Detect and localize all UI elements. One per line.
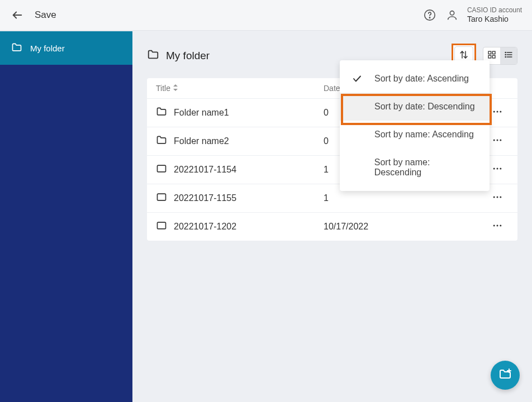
svg-point-18 bbox=[493, 111, 495, 113]
row-name: Folder name2 bbox=[174, 136, 229, 146]
svg-point-29 bbox=[493, 197, 495, 198]
row-more-button[interactable] bbox=[486, 106, 509, 119]
svg-rect-6 bbox=[488, 51, 491, 54]
svg-point-27 bbox=[500, 168, 501, 170]
table-row[interactable]: 20221017-1202 10/17/2022 bbox=[147, 212, 517, 241]
folder-icon bbox=[156, 106, 167, 119]
main-content: My folder bbox=[132, 31, 532, 402]
file-icon bbox=[156, 220, 167, 233]
row-date: 10/17/2022 bbox=[324, 222, 486, 232]
svg-point-21 bbox=[493, 140, 495, 141]
svg-rect-24 bbox=[158, 165, 166, 172]
list-view-button[interactable] bbox=[500, 47, 517, 64]
svg-rect-8 bbox=[488, 55, 491, 58]
account-name: Taro Kashio bbox=[467, 15, 522, 24]
folder-icon bbox=[156, 135, 167, 148]
svg-point-13 bbox=[505, 52, 506, 52]
grid-icon bbox=[487, 50, 496, 61]
folder-icon bbox=[147, 49, 159, 64]
sort-option-label: Sort by name: Ascending bbox=[374, 130, 474, 140]
row-name: Folder name1 bbox=[174, 108, 229, 118]
row-date: 1 bbox=[324, 193, 486, 203]
main-title-text: My folder bbox=[166, 50, 210, 62]
sort-option-date-asc[interactable]: Sort by date: Ascending bbox=[340, 65, 490, 93]
help-icon[interactable] bbox=[422, 8, 437, 22]
sort-option-label: Sort by date: Ascending bbox=[374, 74, 469, 84]
svg-point-25 bbox=[493, 168, 495, 170]
sort-menu: Sort by date: Ascending Sort by date: De… bbox=[340, 60, 490, 191]
row-title: Folder name2 bbox=[156, 135, 324, 148]
row-name: 20221017-1154 bbox=[174, 165, 236, 175]
sidebar-item-my-folder[interactable]: My folder bbox=[0, 31, 132, 65]
row-title: 20221017-1154 bbox=[156, 163, 324, 176]
check-icon bbox=[351, 74, 363, 84]
sort-option-name-asc[interactable]: Sort by name: Ascending bbox=[340, 121, 490, 149]
row-title: Folder name1 bbox=[156, 106, 324, 119]
new-folder-fab[interactable] bbox=[491, 361, 520, 390]
svg-point-35 bbox=[500, 225, 501, 227]
column-header-title[interactable]: Title bbox=[156, 84, 324, 93]
svg-point-22 bbox=[497, 140, 498, 141]
more-icon bbox=[492, 192, 503, 205]
sidebar-item-label: My folder bbox=[30, 44, 65, 53]
svg-point-20 bbox=[500, 111, 501, 113]
svg-point-26 bbox=[497, 168, 498, 170]
folder-icon bbox=[11, 42, 22, 55]
list-icon bbox=[504, 50, 513, 61]
more-icon bbox=[492, 163, 503, 176]
row-more-button[interactable] bbox=[486, 220, 509, 233]
sort-option-date-desc[interactable]: Sort by date: Descending bbox=[340, 93, 490, 121]
svg-point-2 bbox=[429, 17, 430, 18]
svg-point-19 bbox=[497, 111, 498, 113]
row-title: 20221017-1155 bbox=[156, 192, 324, 205]
app-header: Save CASIO ID account Taro Kashio bbox=[0, 0, 532, 31]
page-title: Save bbox=[35, 9, 56, 21]
svg-rect-7 bbox=[492, 51, 495, 54]
svg-rect-9 bbox=[492, 55, 495, 58]
sort-option-label: Sort by name: Descending bbox=[374, 157, 478, 178]
svg-point-14 bbox=[505, 54, 506, 55]
row-title: 20221017-1202 bbox=[156, 220, 324, 233]
svg-marker-16 bbox=[173, 84, 178, 87]
svg-point-15 bbox=[505, 56, 506, 57]
row-name: 20221017-1155 bbox=[174, 193, 236, 203]
account-info[interactable]: CASIO ID account Taro Kashio bbox=[467, 6, 522, 23]
row-more-button[interactable] bbox=[486, 192, 509, 205]
svg-point-30 bbox=[497, 197, 498, 198]
sort-indicator-icon bbox=[173, 84, 178, 93]
svg-point-23 bbox=[500, 140, 501, 141]
sidebar: My folder bbox=[0, 31, 132, 402]
new-folder-icon bbox=[498, 367, 512, 383]
header-right: CASIO ID account Taro Kashio bbox=[422, 6, 522, 23]
more-icon bbox=[492, 135, 503, 148]
account-label: CASIO ID account bbox=[467, 6, 522, 14]
svg-rect-28 bbox=[158, 194, 166, 200]
svg-marker-17 bbox=[173, 89, 178, 91]
user-icon[interactable] bbox=[445, 8, 459, 22]
more-icon bbox=[492, 106, 503, 119]
file-icon bbox=[156, 163, 167, 176]
row-more-button[interactable] bbox=[486, 135, 509, 148]
file-icon bbox=[156, 192, 167, 205]
back-button[interactable] bbox=[10, 8, 25, 22]
sort-option-name-desc[interactable]: Sort by name: Descending bbox=[340, 149, 490, 186]
svg-rect-32 bbox=[158, 222, 166, 229]
svg-point-34 bbox=[497, 225, 498, 227]
column-header-actions bbox=[486, 84, 509, 93]
more-icon bbox=[492, 220, 503, 233]
svg-point-3 bbox=[450, 11, 454, 15]
header-left: Save bbox=[10, 8, 56, 22]
row-more-button[interactable] bbox=[486, 163, 509, 176]
svg-point-31 bbox=[500, 197, 501, 198]
row-name: 20221017-1202 bbox=[174, 222, 236, 232]
breadcrumb: My folder bbox=[147, 49, 210, 64]
sort-option-label: Sort by date: Descending bbox=[374, 102, 475, 112]
svg-point-33 bbox=[493, 225, 495, 227]
